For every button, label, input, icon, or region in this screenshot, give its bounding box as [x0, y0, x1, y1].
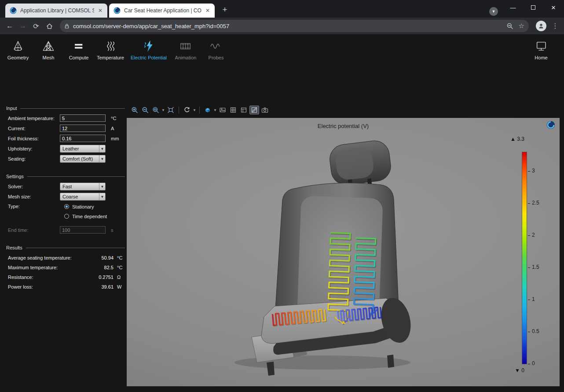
chrome-update-icon[interactable]: ▼: [489, 7, 498, 16]
mesh-size-select[interactable]: Coarse▼: [60, 193, 106, 201]
section-rule: [26, 248, 125, 248]
ribbon-item-geometry[interactable]: Geometry: [7, 39, 29, 60]
rotate-view-caret-icon[interactable]: ▼: [193, 108, 196, 112]
toolbar-separator: [199, 106, 200, 114]
colorbar-tick: [528, 235, 530, 236]
browser-menu-icon[interactable]: ⋮: [550, 20, 560, 32]
ribbon-item-home[interactable]: Home: [535, 39, 547, 60]
ribbon-item-probes[interactable]: Probes: [209, 39, 224, 60]
transparency-toggle-icon[interactable]: [249, 106, 259, 114]
zoom-out-icon[interactable]: [140, 106, 150, 114]
car-seat-model: [127, 118, 560, 386]
section-header-settings: Settings: [0, 173, 127, 180]
grid-icon[interactable]: [228, 106, 238, 114]
profile-avatar[interactable]: [536, 21, 546, 31]
address-bar[interactable]: comsol.com/server-demo/app/car_seat_heat…: [60, 20, 529, 32]
colorbar-tick: [528, 267, 530, 268]
comsol-favicon: [10, 7, 17, 14]
window-minimize-button[interactable]: —: [503, 0, 523, 15]
tab-application-library[interactable]: Application Library | COMSOL Se ✕: [5, 4, 107, 18]
radio-button-icon: [64, 214, 69, 219]
forward-icon[interactable]: →: [17, 20, 29, 32]
upholstery-select[interactable]: Leather▼: [60, 145, 106, 153]
view-orientation-icon[interactable]: [203, 106, 212, 114]
tab-close-icon[interactable]: ✕: [204, 7, 211, 14]
colorbar-tick-label: 1: [532, 296, 535, 302]
url-text: comsol.com/server-demo/app/car_seat_heat…: [73, 23, 506, 29]
tab-car-seat-heater[interactable]: Car Seat Heater Application | CO ✕: [109, 4, 215, 18]
browser-toolbar: ← → ⟳ comsol.com/server-demo/app/car_sea…: [0, 18, 564, 34]
plot-canvas[interactable]: Electric potential (V): [127, 118, 560, 386]
colorbar-tick: [528, 171, 530, 172]
comsol-favicon: [114, 7, 121, 14]
result-unit: °C: [114, 255, 127, 260]
radio-stationary[interactable]: Stationary: [64, 203, 127, 210]
field-row-solver: Solver: Fast▼: [0, 183, 127, 190]
colorbar-tick: [528, 332, 530, 332]
result-row: Resistance: 0.2751 Ω: [0, 273, 127, 281]
zoom-box-caret-icon[interactable]: ▼: [161, 108, 165, 112]
colorbar-max-marker: ▲ 3.3: [510, 136, 524, 142]
snapshot-icon[interactable]: [260, 106, 270, 114]
ribbon-item-mesh[interactable]: Mesh: [42, 39, 55, 60]
window-maximize-button[interactable]: [523, 0, 543, 15]
chevron-down-icon: ▼: [99, 193, 105, 200]
section-rule: [20, 108, 125, 109]
current-input[interactable]: [60, 125, 106, 132]
comsol-app: Geometry Mesh Compute Temperature: [0, 34, 564, 392]
graphics-panel: ▼ ▼ ▼: [127, 102, 564, 392]
back-icon[interactable]: ←: [4, 20, 16, 32]
tab-title: Car Seat Heater Application | CO: [124, 7, 201, 14]
home-icon[interactable]: [43, 20, 55, 32]
result-unit: Ω: [114, 275, 127, 280]
field-label: Current:: [8, 126, 60, 131]
new-tab-button[interactable]: +: [219, 4, 231, 16]
field-row-end-time: End time: s: [0, 226, 127, 234]
field-label: Seating:: [8, 156, 60, 161]
colorbar-tick-label: 3: [532, 168, 535, 174]
reload-icon[interactable]: ⟳: [30, 20, 42, 32]
field-row-type: Type: Stationary Time dependent: [0, 203, 127, 220]
foil-thickness-input[interactable]: [60, 135, 106, 142]
environment-icon[interactable]: [218, 106, 227, 114]
colorbar-tick: [528, 203, 530, 204]
probes-icon: [210, 39, 222, 54]
ribbon-item-temperature[interactable]: Temperature: [97, 39, 124, 60]
ribbon-item-animation[interactable]: Animation: [175, 39, 197, 60]
colorbar-tick-label: 0: [532, 360, 535, 366]
geometry-icon: [12, 39, 24, 54]
window-close-button[interactable]: ✕: [543, 0, 564, 15]
result-value: 50.94: [86, 255, 114, 260]
seat-headrest: [328, 139, 392, 187]
field-unit: mm: [111, 136, 127, 141]
field-label: Upholstery:: [8, 146, 60, 151]
zoom-in-icon[interactable]: [130, 106, 139, 114]
zoom-extents-icon[interactable]: [166, 106, 176, 114]
field-row-current: Current: A: [0, 125, 127, 132]
result-value: 0.2751: [86, 275, 114, 280]
colorbar-tick-label: 2.5: [532, 200, 539, 206]
ribbon-item-compute[interactable]: Compute: [69, 39, 89, 60]
plot-window-icon[interactable]: [239, 106, 249, 114]
tab-close-icon[interactable]: ✕: [97, 7, 104, 14]
result-row: Average seating temperature: 50.94 °C: [0, 254, 127, 261]
zoom-indicator-icon[interactable]: [506, 22, 513, 29]
rotate-view-icon[interactable]: [182, 106, 192, 114]
tab-title: Application Library | COMSOL Se: [20, 7, 94, 14]
lock-icon: [64, 23, 70, 29]
bookmark-star-icon[interactable]: ☆: [519, 22, 524, 30]
field-label: End time:: [8, 227, 60, 233]
ribbon-item-electric-potential[interactable]: Electric Potential: [131, 39, 167, 60]
radio-time-dependent[interactable]: Time dependent: [64, 212, 127, 220]
view-orientation-caret-icon[interactable]: ▼: [213, 108, 217, 112]
zoom-box-icon[interactable]: [151, 106, 161, 114]
result-value: 82.5: [86, 265, 114, 270]
animation-icon: [179, 39, 192, 54]
field-row-foil-thickness: Foil thickness: mm: [0, 135, 127, 142]
solver-select[interactable]: Fast▼: [60, 183, 106, 191]
seating-select[interactable]: Comfort (Soft)▼: [60, 155, 106, 163]
colorbar-tick-label: 0.5: [532, 328, 539, 334]
maximize-icon: [531, 5, 535, 10]
section-header-results: Results: [0, 244, 127, 251]
ambient-temperature-input[interactable]: [60, 114, 106, 122]
